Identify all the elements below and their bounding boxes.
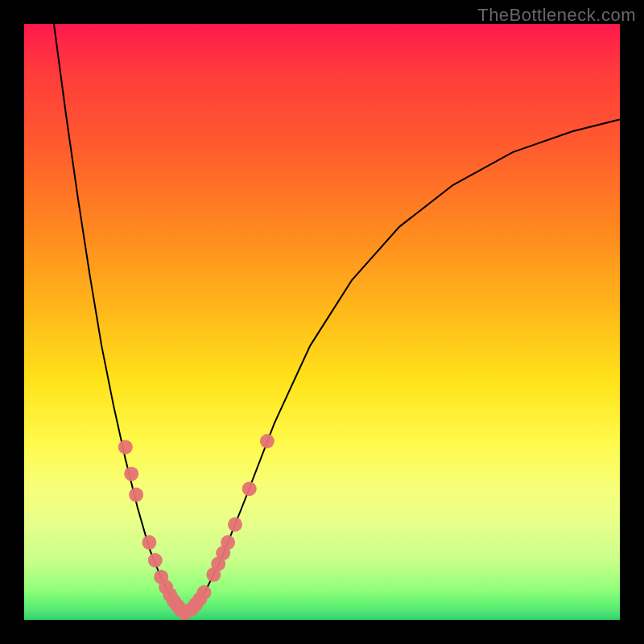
data-marker <box>197 585 212 600</box>
data-marker <box>260 434 275 448</box>
data-marker <box>142 535 156 550</box>
markers-group <box>118 434 275 620</box>
chart-frame <box>24 24 620 620</box>
data-marker <box>228 518 242 532</box>
data-marker <box>118 440 133 454</box>
watermark: TheBottleneck.com <box>477 5 636 26</box>
chart-svg <box>24 24 620 620</box>
curve-right-arm <box>185 119 620 613</box>
data-marker <box>124 467 138 481</box>
data-marker <box>221 535 235 550</box>
data-marker <box>129 488 143 502</box>
curve-left-arm <box>54 24 185 614</box>
data-marker <box>148 553 163 568</box>
data-marker <box>242 481 257 496</box>
